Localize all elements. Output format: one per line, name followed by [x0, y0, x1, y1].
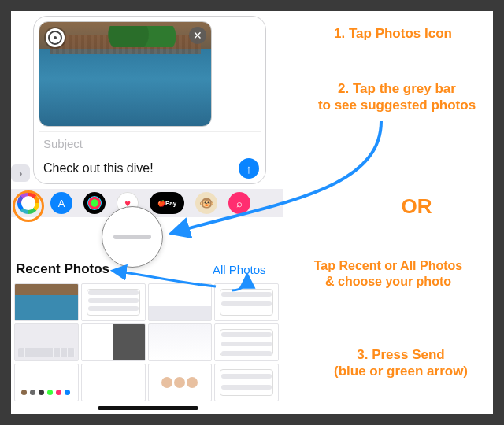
- thumb[interactable]: [148, 364, 213, 401]
- photo-foliage-detail: [108, 26, 176, 46]
- instruction-step1: 1. Tap Photos Icon: [302, 25, 484, 42]
- attachment-thumbnail[interactable]: ✕: [39, 21, 212, 127]
- message-body-text[interactable]: Check out this dive!: [43, 161, 154, 176]
- thumb[interactable]: [14, 283, 79, 321]
- photos-app-icon[interactable]: [17, 192, 39, 214]
- thumb[interactable]: [14, 323, 79, 361]
- search-app-icon[interactable]: ⌕: [228, 192, 250, 214]
- thumb[interactable]: [14, 364, 79, 401]
- tab-all-photos[interactable]: All Photos: [213, 263, 266, 276]
- imessage-compose-field[interactable]: ✕ Subject Check out this dive! ↑: [33, 16, 266, 184]
- tutorial-canvas: ✕ Subject Check out this dive! ↑ › A ♥ 🍎…: [11, 11, 493, 414]
- thumb[interactable]: [214, 323, 279, 361]
- thumb[interactable]: [148, 323, 213, 361]
- live-photo-icon: [46, 28, 65, 47]
- subject-field[interactable]: Subject: [39, 131, 261, 155]
- appstore-app-icon[interactable]: A: [50, 192, 72, 214]
- thumb[interactable]: [81, 323, 146, 361]
- thumb[interactable]: [148, 283, 213, 321]
- instruction-step3-line1: 3. Press Send: [357, 347, 445, 362]
- iphone-mock: ✕ Subject Check out this dive! ↑ › A ♥ 🍎…: [11, 11, 283, 414]
- thumb[interactable]: [81, 283, 146, 321]
- instruction-tabs: Tap Recent or All Photos & choose your p…: [285, 258, 491, 290]
- expand-apps-chevron[interactable]: ›: [11, 164, 30, 182]
- send-button[interactable]: ↑: [239, 158, 259, 179]
- instruction-tabs-line2: & choose your photo: [325, 275, 451, 288]
- thumb[interactable]: [81, 364, 146, 401]
- instruction-step2-line2: to see suggested photos: [318, 98, 476, 113]
- drawer-grey-bar[interactable]: [113, 235, 151, 239]
- animoji-app-icon[interactable]: 🐵: [195, 192, 217, 214]
- instruction-step2-line1: 2. Tap the grey bar: [338, 81, 456, 96]
- home-indicator[interactable]: [98, 406, 198, 410]
- instruction-step3: 3. Press Send (blue or green arrow): [310, 346, 491, 380]
- applepay-app-icon[interactable]: 🍎Pay: [150, 192, 184, 214]
- thumb[interactable]: [214, 364, 279, 401]
- instruction-step3-line2: (blue or green arrow): [334, 364, 468, 379]
- remove-attachment-button[interactable]: ✕: [189, 27, 206, 44]
- photo-suggestions-grid: [14, 283, 279, 401]
- thumb[interactable]: [214, 283, 279, 321]
- instruction-or: OR: [385, 194, 448, 220]
- tab-recent-photos[interactable]: Recent Photos: [16, 261, 109, 277]
- instruction-tabs-line1: Tap Recent or All Photos: [314, 259, 462, 272]
- grey-bar-magnifier: [102, 206, 163, 268]
- activity-app-icon[interactable]: [83, 192, 106, 214]
- instruction-step2: 2. Tap the grey bar to see suggested pho…: [302, 80, 491, 114]
